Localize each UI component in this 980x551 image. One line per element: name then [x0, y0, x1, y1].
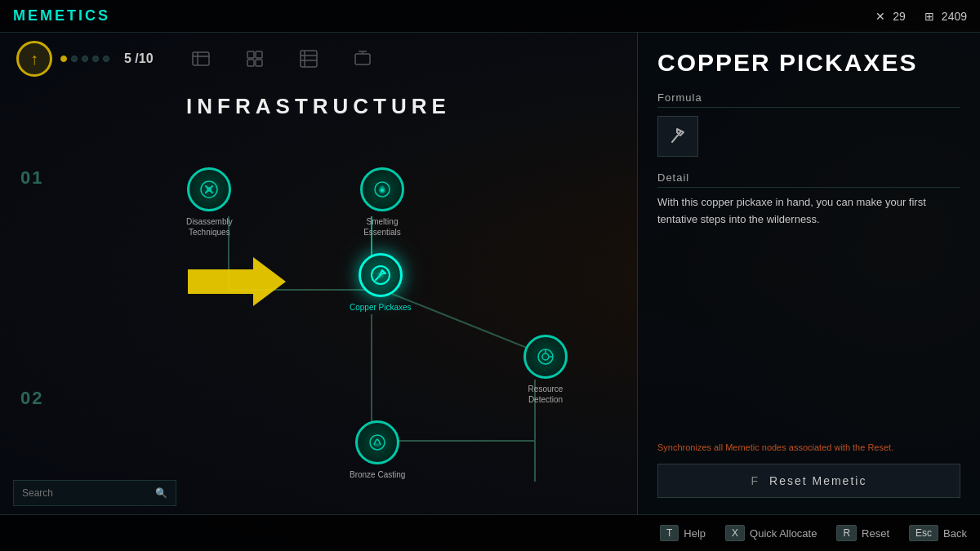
hotkey-reset-label: Reset [862, 527, 889, 540]
dot-5 [103, 56, 109, 62]
right-panel: COPPER PICKAXES Formula Detail With this… [637, 33, 980, 514]
panel-footer: Synchronizes all Memetic nodes associate… [657, 441, 960, 499]
node-circle-smelting [360, 167, 404, 211]
search-input[interactable] [22, 487, 149, 499]
hotkey-help: T Help [660, 525, 706, 541]
dot-2 [71, 56, 78, 62]
node-label-resource-detection: Resource Detection [513, 384, 578, 405]
node-label-disassembly: DisassemblyTechniques [186, 216, 233, 238]
dot-4 [92, 56, 99, 62]
section-title-container: INFRASTRUCTURE [0, 94, 637, 119]
reset-key-label: F [751, 474, 760, 487]
formula-section-label: Formula [657, 91, 960, 108]
svg-point-25 [381, 189, 384, 192]
tab-icon-2[interactable] [240, 44, 270, 73]
row-label-02: 02 [20, 388, 43, 409]
hotkey-quick-allocate-key[interactable]: X [725, 525, 745, 541]
formula-icon-box [657, 116, 698, 157]
dot-3 [82, 56, 88, 62]
svg-point-32 [370, 435, 385, 450]
combat-value: 29 [893, 10, 906, 23]
detail-section-label: Detail [657, 171, 960, 188]
top-bar: MEMETICS ✕ 29 ⊞ 2409 [0, 0, 980, 33]
hotkey-quick-allocate: X Quick Allocate [725, 525, 817, 541]
section-title: INFRASTRUCTURE [186, 94, 451, 118]
stat-combat: ✕ 29 [873, 9, 906, 24]
tab-icon-3[interactable] [294, 44, 323, 73]
hotkey-back-label: Back [943, 527, 967, 540]
hotkey-help-label: Help [684, 527, 706, 540]
node-copper-pickaxes[interactable]: Copper Pickaxes [350, 253, 412, 313]
node-resource-detection[interactable]: Resource Detection [513, 335, 578, 405]
reset-button-label: Reset Memetic [769, 474, 866, 487]
hotkey-quick-allocate-label: Quick Allocate [750, 527, 817, 540]
svg-point-23 [207, 187, 212, 192]
node-circle-disassembly [187, 167, 231, 211]
svg-point-33 [374, 443, 381, 447]
svg-marker-21 [188, 257, 286, 306]
node-disassembly[interactable]: DisassemblyTechniques [186, 167, 233, 238]
panel-description: With this copper pickaxe in hand, you ca… [657, 194, 960, 441]
hotkey-reset: R Reset [836, 525, 889, 541]
progress-dots [60, 56, 109, 62]
hotkey-help-key[interactable]: T [660, 525, 679, 541]
resources-icon: ⊞ [922, 9, 937, 24]
node-label-smelting: Smelting Essentials [350, 216, 415, 238]
svg-rect-6 [256, 60, 262, 66]
search-bar: 🔍 [13, 480, 176, 506]
hotkey-back: Esc Back [909, 525, 967, 541]
svg-rect-0 [193, 52, 209, 65]
bottom-bar: T Help X Quick Allocate R Reset Esc Back [0, 514, 980, 551]
skill-tree: 01 02 [0, 139, 637, 514]
resource-detection-icon [533, 344, 558, 369]
svg-point-27 [377, 272, 384, 278]
hotkey-reset-key[interactable]: R [836, 525, 857, 541]
main-area: ↑ 5 /10 [0, 33, 637, 514]
tab-icon-4[interactable] [348, 44, 377, 73]
app-title: MEMETICS [13, 7, 110, 24]
combat-icon: ✕ [873, 9, 888, 24]
tab-icon-1[interactable] [186, 44, 216, 73]
search-icon: 🔍 [155, 487, 167, 499]
svg-rect-7 [301, 51, 317, 67]
node-bronze-casting[interactable]: Bronze Casting [350, 420, 405, 480]
node-smelting[interactable]: Smelting Essentials [350, 167, 415, 238]
hotkey-back-key[interactable]: Esc [909, 525, 938, 541]
level-arrow-icon: ↑ [30, 50, 38, 69]
progress-row: ↑ 5 /10 [16, 41, 377, 77]
reset-memetic-button[interactable]: F Reset Memetic [657, 464, 960, 498]
smelting-icon [370, 177, 394, 202]
reset-note: Synchronizes all Memetic nodes associate… [657, 441, 960, 455]
tab-icons [186, 44, 377, 73]
node-circle-resource-detection [523, 335, 568, 379]
resources-value: 2409 [942, 10, 967, 23]
node-label-bronze-casting: Bronze Casting [350, 469, 405, 480]
stat-resources: ⊞ 2409 [922, 9, 967, 24]
level-circle: ↑ [16, 41, 52, 77]
node-circle-copper-pickaxes [359, 253, 403, 297]
copper-pickaxes-icon [368, 263, 393, 287]
row-label-01: 01 [20, 167, 43, 189]
top-stats: ✕ 29 ⊞ 2409 [873, 9, 967, 24]
progress-label: 5 /10 [124, 51, 154, 66]
svg-rect-3 [247, 51, 254, 58]
svg-point-29 [542, 353, 549, 360]
svg-rect-11 [355, 54, 370, 64]
connections-svg [0, 139, 637, 514]
node-label-copper-pickaxes: Copper Pickaxes [350, 302, 412, 313]
svg-rect-4 [256, 51, 262, 58]
bronze-casting-icon [365, 430, 390, 455]
svg-rect-5 [247, 60, 254, 66]
selection-arrow [188, 257, 286, 309]
disassembly-icon [197, 177, 221, 202]
node-circle-bronze-casting [355, 420, 399, 464]
panel-item-title: COPPER PICKAXES [657, 49, 960, 77]
dot-1 [60, 56, 67, 62]
